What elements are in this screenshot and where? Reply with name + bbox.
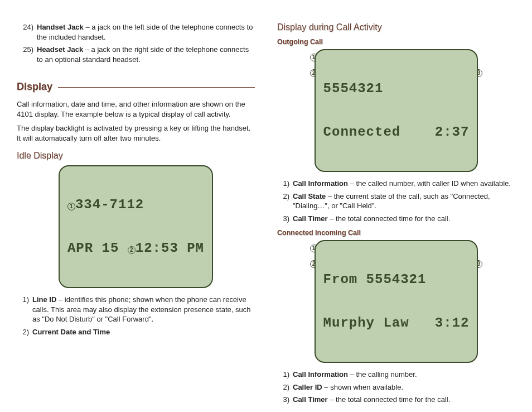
outgoing-call-heading: Outgoing Call (277, 38, 515, 46)
list-item: 3) Call Timer – the total connected time… (279, 214, 515, 224)
display-heading: Display (17, 81, 255, 93)
paragraph: Call information, date and time, and oth… (17, 99, 255, 119)
item-text: Headset Jack – a jack on the right side … (37, 45, 255, 64)
item-text: Handset Jack – a jack on the left side o… (37, 22, 255, 42)
idle-display-heading: Idle Display (17, 151, 255, 161)
list-item: 1) Call Information – the calling number… (279, 370, 515, 380)
list-item: 2) Caller ID – shown when available. (279, 382, 515, 392)
list-item: 1) Call Information – the called number,… (279, 179, 515, 189)
outgoing-lcd-figure: 1 2 3 5554321 Connected 2:37 (277, 49, 515, 172)
list-item: 2) Current Date and Time (19, 327, 255, 337)
heading-rule (58, 87, 255, 88)
incoming-lcd-figure: 1 2 3 From 5554321 Murphy Law 3:12 (277, 240, 515, 363)
list-item: 25) Headset Jack – a jack on the right s… (19, 45, 255, 64)
list-item: 3) Call Timer – the total connected time… (279, 395, 515, 405)
call-activity-heading: Display during Call Activity (277, 22, 515, 32)
incoming-call-heading: Connected Incoming Call (277, 229, 515, 237)
list-item: 24) Handset Jack – a jack on the left si… (19, 22, 255, 42)
item-number: 25) (19, 45, 33, 64)
left-column: 24) Handset Jack – a jack on the left si… (17, 22, 255, 412)
idle-lcd-figure: 1334-7112 APR 15 212:53 PM (17, 165, 255, 288)
item-number: 24) (19, 22, 33, 42)
paragraph: The display backlight is activated by pr… (17, 123, 255, 143)
right-column: Display during Call Activity Outgoing Ca… (277, 22, 515, 412)
list-item: 2) Call State – the current state of the… (279, 191, 515, 211)
list-item: 1) Line ID – identifies this phone; show… (19, 295, 255, 324)
